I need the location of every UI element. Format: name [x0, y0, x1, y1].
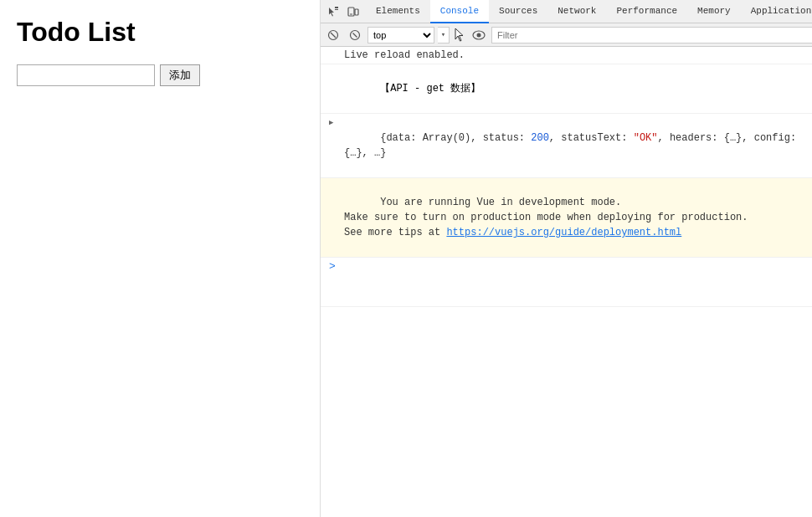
tab-memory[interactable]: Memory: [687, 0, 741, 23]
console-line-object[interactable]: {data: Array(0), status: 200, statusText…: [321, 114, 812, 178]
tab-elements[interactable]: Elements: [366, 0, 430, 23]
context-selector[interactable]: top: [367, 27, 434, 44]
console-line-api: 【API - get 数据】: [321, 64, 812, 114]
todo-input-row: 添加: [17, 64, 303, 86]
tab-application[interactable]: Application: [741, 0, 812, 23]
todo-input[interactable]: [17, 64, 155, 86]
console-toolbar: top ▾: [321, 23, 812, 47]
clear-console-button[interactable]: [324, 26, 342, 44]
svg-line-8: [353, 33, 357, 37]
eye-icon[interactable]: [470, 26, 488, 44]
block-icon[interactable]: [346, 26, 364, 44]
context-dropdown-arrow[interactable]: ▾: [438, 27, 450, 44]
console-prompt-line[interactable]: [321, 258, 812, 307]
cursor-indicator: [453, 26, 466, 44]
console-line-vue-warning: You are running Vue in development mode.…: [321, 178, 812, 258]
tab-sources[interactable]: Sources: [489, 0, 547, 23]
app-title: Todo List: [17, 17, 303, 48]
console-output: Live reload enabled. 【API - get 数据】 {dat…: [321, 47, 812, 517]
svg-rect-3: [355, 9, 358, 15]
add-button[interactable]: 添加: [160, 64, 200, 86]
tab-network[interactable]: Network: [547, 0, 606, 23]
device-icon[interactable]: [344, 3, 362, 21]
svg-rect-0: [335, 7, 338, 8]
devtools-panel: Elements Console Sources Network Perform…: [321, 0, 812, 517]
devtools-tab-icons: [321, 3, 366, 21]
filter-input[interactable]: [491, 27, 812, 44]
inspect-icon[interactable]: [324, 3, 342, 21]
devtools-tab-bar: Elements Console Sources Network Perform…: [321, 0, 812, 23]
console-line-live-reload: Live reload enabled.: [321, 47, 812, 64]
tab-console[interactable]: Console: [430, 0, 489, 23]
svg-point-10: [477, 33, 481, 37]
svg-rect-1: [335, 9, 338, 10]
svg-line-6: [331, 33, 336, 38]
vue-deployment-link[interactable]: https://vuejs.org/guide/deployment.html: [446, 227, 681, 238]
tab-performance[interactable]: Performance: [606, 0, 687, 23]
app-panel: Todo List 添加: [0, 0, 321, 517]
